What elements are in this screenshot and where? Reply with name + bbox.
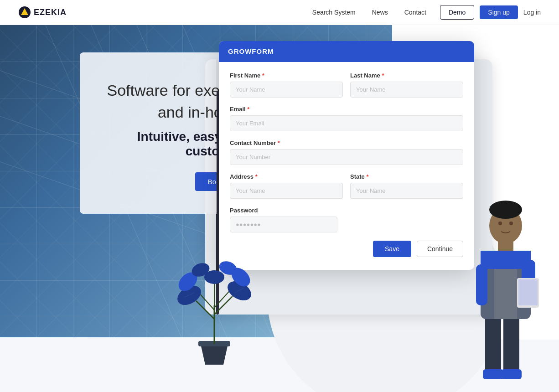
firstname-required: * <box>262 72 264 79</box>
password-label: Password <box>230 207 337 214</box>
email-label: Email * <box>230 106 463 113</box>
form-group-address: Address * <box>230 173 343 199</box>
address-required: * <box>255 173 258 180</box>
svg-point-20 <box>498 222 502 225</box>
plant-illustration <box>169 260 260 365</box>
state-required: * <box>366 173 368 180</box>
login-button[interactable]: Log in <box>523 9 541 16</box>
firstname-label: First Name * <box>230 72 343 79</box>
svg-line-28 <box>214 296 233 315</box>
lastname-label: Last Name * <box>350 72 463 79</box>
svg-line-27 <box>196 301 214 319</box>
logo-text: EZEKIA <box>34 8 67 17</box>
form-row-password: Password <box>230 207 463 232</box>
lastname-required: * <box>382 72 384 79</box>
form-group-lastname: Last Name * <box>350 72 463 98</box>
form-group-state: State * <box>350 173 463 199</box>
form-group-contact: Contact Number * <box>230 139 463 165</box>
form-row-address: Address * State * <box>230 173 463 199</box>
svg-rect-24 <box>481 251 531 269</box>
demo-button[interactable]: Demo <box>440 5 474 20</box>
svg-rect-23 <box>518 279 538 305</box>
contact-required: * <box>278 139 280 146</box>
logo[interactable]: EZEKIA <box>18 6 67 19</box>
nav-links: Search System News Contact <box>312 9 426 16</box>
form-group-password: Password <box>230 207 337 232</box>
person-illustration <box>471 173 540 392</box>
nav-news[interactable]: News <box>372 9 388 16</box>
nav-contact[interactable]: Contact <box>404 9 426 16</box>
address-input[interactable] <box>230 183 343 199</box>
growform-header: GROWFORM <box>219 41 474 62</box>
contact-input[interactable] <box>230 149 463 165</box>
navbar: EZEKIA Search System News Contact Demo S… <box>0 0 559 25</box>
contact-label: Contact Number * <box>230 139 463 146</box>
firstname-input[interactable] <box>230 82 343 98</box>
growform-body: First Name * Last Name * Email * <box>219 62 474 270</box>
growform-title: GROWFORM <box>228 47 274 55</box>
address-label: Address * <box>230 173 343 180</box>
svg-rect-9 <box>485 310 501 378</box>
svg-rect-10 <box>503 310 519 378</box>
state-input[interactable] <box>350 183 463 199</box>
state-label: State * <box>350 173 463 180</box>
form-group-email: Email * <box>230 106 463 131</box>
lastname-input[interactable] <box>350 82 463 98</box>
form-row-email: Email * <box>230 106 463 131</box>
email-input[interactable] <box>230 115 463 131</box>
save-button[interactable]: Save <box>373 241 411 257</box>
logo-icon <box>18 6 31 19</box>
password-input[interactable] <box>230 217 337 232</box>
form-row-name: First Name * Last Name * <box>230 72 463 98</box>
svg-point-21 <box>509 222 513 225</box>
svg-rect-11 <box>483 369 503 379</box>
nav-search-system[interactable]: Search System <box>312 9 356 16</box>
svg-point-19 <box>489 201 522 219</box>
nav-buttons: Demo Sign up Log in <box>440 5 541 20</box>
svg-rect-16 <box>476 264 487 305</box>
continue-button[interactable]: Continue <box>417 241 463 257</box>
growform-modal: GROWFORM First Name * Last Name * <box>219 41 474 270</box>
email-required: * <box>247 106 249 113</box>
svg-rect-12 <box>501 369 522 379</box>
form-group-firstname: First Name * <box>230 72 343 98</box>
signup-button[interactable]: Sign up <box>480 5 518 19</box>
form-actions: Save Continue <box>230 241 463 257</box>
form-row-contact: Contact Number * <box>230 139 463 165</box>
